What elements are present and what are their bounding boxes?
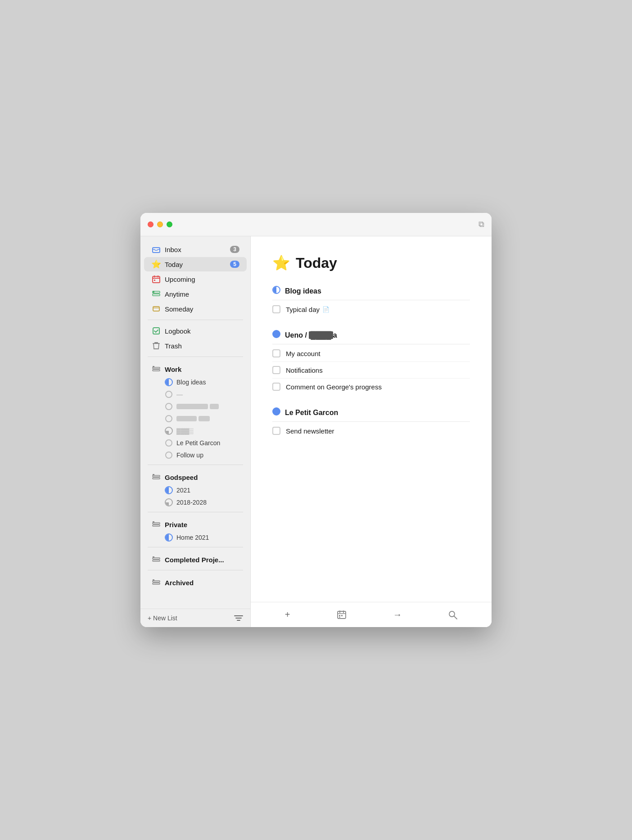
svg-rect-20	[153, 521, 154, 523]
svg-line-38	[454, 616, 457, 619]
section-header-blog-ideas[interactable]: Blog ideas	[272, 286, 470, 300]
section-blog-ideas: Blog ideas Typical day 📄	[272, 286, 470, 317]
le-petit-garcon-label: Le Petit Garcon	[176, 439, 220, 447]
copy-icon[interactable]: ⧉	[479, 220, 484, 229]
sidebar-item-today[interactable]: ⭐ Today 5	[144, 257, 247, 271]
section-header-le-petit-garcon[interactable]: Le Petit Garcon	[272, 407, 470, 422]
sidebar-group-completed[interactable]: Completed Proje...	[144, 551, 247, 566]
task-send-newsletter-label: Send newsletter	[286, 427, 334, 435]
new-list-label: + New List	[148, 614, 177, 622]
section-header-ueno[interactable]: Ueno / ████a	[272, 330, 470, 344]
note-icon: 📄	[322, 306, 330, 313]
page-title-text: Today	[296, 255, 337, 271]
sidebar-item-2021[interactable]: 2021	[144, 484, 247, 496]
archived-group-icon	[151, 578, 161, 587]
follow-up-icon	[165, 451, 173, 459]
task-my-account: My account	[272, 345, 470, 362]
divider-4	[148, 512, 243, 512]
sidebar-item-upcoming[interactable]: Upcoming	[144, 272, 247, 286]
godspeed-2018-2028-label: 2018-2028	[176, 499, 207, 506]
sidebar-item-redacted-3[interactable]	[144, 413, 247, 425]
task-typical-day: Typical day 📄	[272, 301, 470, 317]
page-title-icon: ⭐	[272, 254, 290, 271]
sidebar-item-follow-up[interactable]: Follow up	[144, 449, 247, 461]
trash-icon	[151, 341, 161, 351]
svg-rect-18	[153, 523, 160, 524]
task-my-account-label: My account	[286, 350, 321, 357]
anytime-label: Anytime	[165, 290, 239, 298]
svg-rect-15	[153, 475, 160, 477]
sidebar-item-trash[interactable]: Trash	[144, 339, 247, 353]
svg-rect-19	[153, 525, 160, 526]
svg-rect-7	[153, 294, 160, 296]
sidebar-group-archived[interactable]: Archived	[144, 574, 247, 589]
upcoming-calendar-icon	[151, 274, 161, 284]
sidebar-item-redacted-1[interactable]: —	[144, 388, 247, 400]
svg-point-37	[449, 611, 455, 617]
svg-rect-8	[153, 291, 154, 293]
task-send-newsletter-checkbox[interactable]	[272, 427, 280, 435]
task-typical-day-label: Typical day 📄	[286, 306, 330, 313]
godspeed-group-label: Godspeed	[165, 474, 198, 481]
ueno-section-title: Ueno / ████a	[285, 331, 337, 339]
task-comment-george-checkbox[interactable]	[272, 383, 280, 391]
sidebar-item-redacted-2[interactable]	[144, 401, 247, 412]
upcoming-label: Upcoming	[165, 275, 239, 283]
home-2021-label: Home 2021	[176, 534, 209, 541]
svg-rect-16	[153, 478, 160, 479]
today-star-icon: ⭐	[151, 259, 161, 269]
blog-ideas-section-title: Blog ideas	[285, 287, 321, 295]
section-le-petit-garcon: Le Petit Garcon Send newsletter	[272, 407, 470, 439]
svg-rect-34	[339, 615, 340, 616]
add-icon: +	[285, 610, 290, 620]
redacted-4-icon	[165, 427, 173, 435]
logbook-icon	[151, 326, 161, 336]
titlebar: ⧉	[140, 213, 492, 236]
svg-rect-35	[341, 615, 343, 616]
trash-label: Trash	[165, 342, 239, 350]
sidebar-item-inbox[interactable]: Inbox 3	[144, 242, 247, 257]
redacted-3-icon	[165, 415, 173, 423]
task-notifications-checkbox[interactable]	[272, 366, 280, 374]
sidebar-group-private[interactable]: Private	[144, 516, 247, 531]
sidebar-item-2018-2028[interactable]: 2018-2028	[144, 497, 247, 508]
inbox-label: Inbox	[165, 246, 230, 253]
close-button[interactable]	[148, 221, 153, 227]
sidebar-group-work[interactable]: Work	[144, 361, 247, 376]
sidebar-item-anytime[interactable]: Anytime	[144, 287, 247, 301]
sidebar-item-le-petit-garcon[interactable]: Le Petit Garcon	[144, 437, 247, 449]
minimize-button[interactable]	[157, 221, 163, 227]
main-window: ⧉ Inbox 3 ⭐	[140, 213, 492, 627]
anytime-icon	[151, 289, 161, 299]
svg-rect-26	[153, 579, 154, 581]
task-my-account-checkbox[interactable]	[272, 349, 280, 357]
svg-rect-23	[153, 556, 154, 558]
sidebar-item-someday[interactable]: Someday	[144, 302, 247, 316]
maximize-button[interactable]	[167, 221, 172, 227]
filter-button[interactable]	[234, 614, 243, 622]
godspeed-2021-icon	[165, 486, 173, 494]
forward-button[interactable]: →	[388, 608, 407, 622]
content-footer: + →	[251, 602, 492, 627]
sidebar-item-redacted-4[interactable]: ▓▓▓▒	[144, 425, 247, 437]
sidebar-group-godspeed[interactable]: Godspeed	[144, 469, 247, 484]
calendar-view-button[interactable]	[331, 608, 352, 622]
filter-icon	[234, 614, 243, 622]
svg-rect-12	[153, 367, 160, 369]
section-ueno: Ueno / ████a My account Notifications Co…	[272, 330, 470, 395]
sidebar-item-home-2021[interactable]: Home 2021	[144, 532, 247, 543]
task-typical-day-checkbox[interactable]	[272, 305, 280, 313]
sidebar-item-logbook[interactable]: Logbook	[144, 324, 247, 338]
add-task-button[interactable]: +	[280, 608, 296, 622]
le-petit-garcon-section-title: Le Petit Garcon	[285, 409, 338, 417]
svg-rect-24	[153, 581, 160, 582]
traffic-lights	[148, 221, 172, 227]
sidebar-item-blog-ideas[interactable]: Blog ideas	[144, 376, 247, 388]
content-area: ⭐ Today Blog ideas Typical day	[251, 236, 492, 627]
search-button[interactable]	[443, 609, 463, 621]
archived-group-label: Archived	[165, 579, 194, 587]
work-group-icon	[151, 364, 161, 374]
someday-icon	[151, 304, 161, 314]
home-2021-icon	[165, 533, 173, 542]
new-list-button[interactable]: + New List	[148, 614, 177, 622]
